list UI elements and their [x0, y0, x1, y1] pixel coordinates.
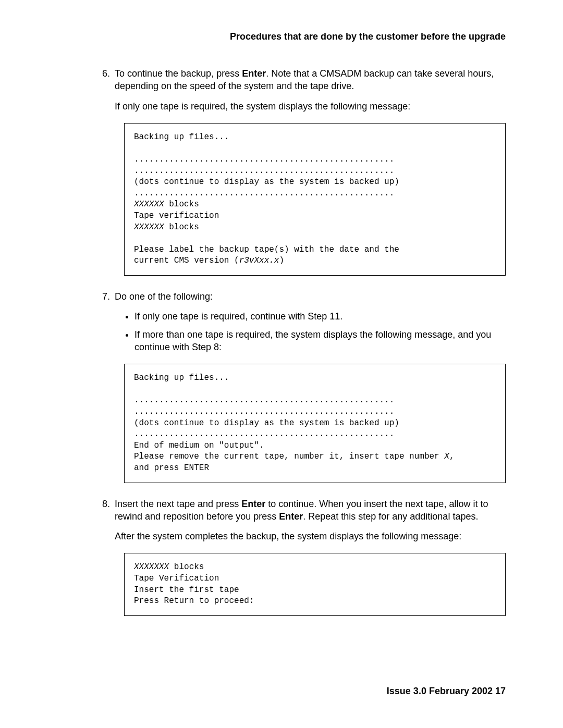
step-text: Do one of the following: [115, 291, 213, 302]
code-block-2: Backing up files... ....................… [124, 364, 506, 483]
step-number: 8. [102, 498, 115, 510]
code-line: ........................................… [134, 429, 394, 439]
step-7: 7.Do one of the following: If only one t… [115, 290, 506, 353]
step-text: Insert the next tape and press [115, 499, 241, 509]
code-var: X [444, 452, 449, 461]
page: Procedures that are done by the customer… [0, 0, 563, 728]
page-header: Procedures that are done by the customer… [52, 31, 511, 42]
code-line: blocks [169, 562, 204, 572]
code-line: blocks [164, 200, 199, 209]
code-line: ........................................… [134, 189, 394, 198]
code-line: ........................................… [134, 166, 394, 176]
code-line: Insert the first tape [134, 585, 239, 595]
code-line: End of medium on "output". [134, 441, 264, 450]
bullet-list: If only one tape is required, continue w… [115, 310, 506, 353]
step-para: If only one tape is required, the system… [115, 100, 506, 113]
code-line: ........................................… [134, 407, 394, 416]
code-line: ........................................… [134, 396, 394, 405]
key-enter: Enter [279, 511, 303, 522]
step-text: . Repeat this step for any additional ta… [303, 511, 478, 522]
code-line: current CMS version ( [134, 256, 239, 265]
step-number: 7. [102, 290, 115, 303]
code-line: Backing up files... [134, 373, 229, 382]
step-text: To continue the backup, press [115, 68, 242, 79]
code-line: blocks [164, 223, 199, 232]
bullet-item: If more than one tape is required, the s… [134, 328, 506, 354]
page-footer: Issue 3.0 February 2002 17 [387, 686, 506, 697]
code-var: XXXXXX [134, 200, 164, 209]
code-line: and press ENTER [134, 463, 209, 473]
code-line: (dots continue to display as the system … [134, 177, 399, 187]
code-line: Press Return to proceed: [134, 596, 254, 606]
code-block-3: XXXXXXX blocks Tape Verification Insert … [124, 553, 506, 615]
code-line: , [449, 452, 455, 461]
bullet-item: If only one tape is required, continue w… [134, 310, 506, 323]
step-number: 6. [102, 67, 115, 80]
code-line: ........................................… [134, 155, 394, 164]
code-line: Backing up files... [134, 132, 229, 142]
step-8: 8.Insert the next tape and press Enter t… [115, 498, 506, 543]
code-line: Please label the backup tape(s) with the… [134, 245, 399, 254]
code-line: (dots continue to display as the system … [134, 418, 399, 428]
code-line: ) [279, 256, 284, 265]
page-content: 6.To continue the backup, press Enter. N… [115, 67, 506, 616]
code-block-1: Backing up files... ....................… [124, 123, 506, 276]
code-var: XXXXXX [134, 223, 164, 232]
key-enter: Enter [241, 499, 265, 509]
code-var: r3vXxx.x [239, 256, 279, 265]
code-line: Tape verification [134, 211, 219, 220]
step-6: 6.To continue the backup, press Enter. N… [115, 67, 506, 113]
key-enter: Enter [242, 68, 266, 79]
step-para: After the system completes the backup, t… [115, 530, 506, 542]
code-var: XXXXXXX [134, 562, 169, 572]
code-line: Tape Verification [134, 574, 219, 583]
code-line: Please remove the current tape, number i… [134, 452, 444, 461]
